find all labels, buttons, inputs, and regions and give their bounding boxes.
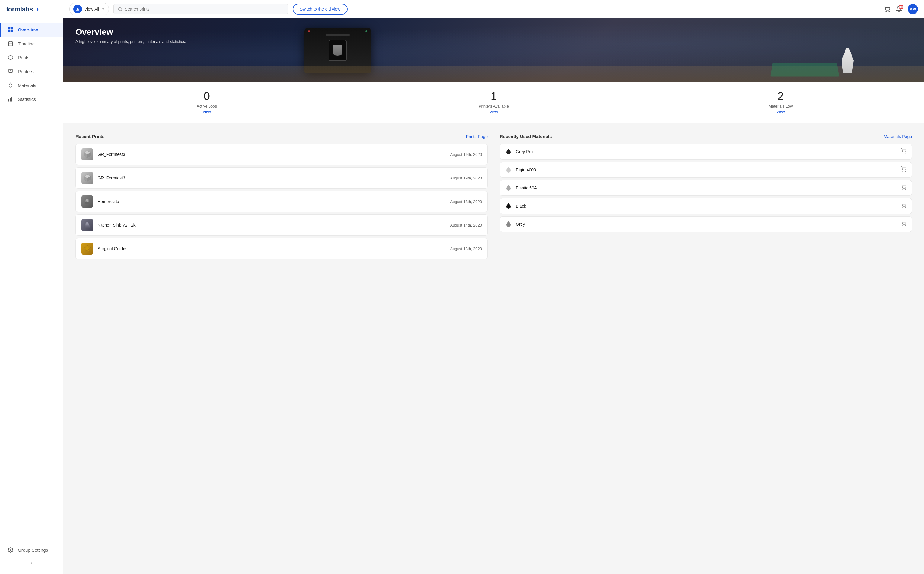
print-thumbnail-1 bbox=[81, 172, 93, 184]
svg-point-40 bbox=[903, 207, 903, 208]
material-list: Grey Pro Rigid 4000 bbox=[500, 144, 912, 232]
cart-icon bbox=[883, 6, 890, 13]
overview-icon bbox=[8, 27, 14, 33]
active-jobs-view-link[interactable]: View bbox=[203, 110, 211, 114]
print-date-2: August 18th, 2020 bbox=[450, 199, 482, 204]
prints-page-link[interactable]: Prints Page bbox=[466, 134, 488, 139]
sidebar-item-label-statistics: Statistics bbox=[18, 97, 36, 102]
print-item[interactable]: GR_Formtest3 August 19th, 2020 bbox=[76, 167, 488, 189]
cutting-mat bbox=[770, 63, 839, 76]
print-thumbnail-3 bbox=[81, 219, 93, 231]
notification-badge: 10+ bbox=[899, 5, 904, 9]
print-item[interactable]: Surgical Guides August 13th, 2020 bbox=[76, 238, 488, 259]
sidebar-item-label-printers: Printers bbox=[18, 69, 33, 74]
hero-title: Overview bbox=[76, 27, 186, 37]
svg-rect-4 bbox=[8, 42, 13, 46]
hero-section: Overview A high level summary of prints,… bbox=[63, 18, 924, 82]
group-settings-label: Group Settings bbox=[18, 547, 48, 552]
print-item[interactable]: Kitchen Sink V2 T2k August 14th, 2020 bbox=[76, 214, 488, 236]
user-avatar[interactable]: VW bbox=[908, 4, 918, 14]
svg-rect-13 bbox=[11, 97, 13, 101]
stat-printers-available: 1 Printers Available View bbox=[350, 82, 637, 123]
svg-marker-8 bbox=[8, 55, 13, 60]
material-cart-3[interactable] bbox=[901, 203, 906, 209]
svg-rect-3 bbox=[11, 30, 13, 32]
switch-view-button[interactable]: Switch to the old view bbox=[293, 4, 348, 14]
printers-available-label: Printers Available bbox=[479, 104, 509, 109]
main-content: View All Switch to the old view 10+ VW bbox=[63, 0, 924, 574]
material-dot-1 bbox=[505, 167, 512, 173]
printers-available-view-link[interactable]: View bbox=[490, 110, 498, 114]
search-icon bbox=[118, 7, 122, 11]
sidebar-item-prints[interactable]: Prints bbox=[0, 50, 63, 65]
materials-page-link[interactable]: Materials Page bbox=[884, 134, 912, 139]
svg-point-42 bbox=[903, 226, 903, 226]
view-selector[interactable]: View All bbox=[69, 3, 109, 16]
material-item[interactable]: Grey Pro bbox=[500, 144, 912, 159]
search-bar bbox=[113, 4, 288, 14]
notifications-button[interactable]: 10+ bbox=[896, 6, 902, 13]
group-settings-item[interactable]: Group Settings bbox=[0, 543, 63, 557]
print-item[interactable]: Hombrecito August 18th, 2020 bbox=[76, 191, 488, 212]
print-date-4: August 13th, 2020 bbox=[450, 246, 482, 251]
material-item[interactable]: Elastic 50A bbox=[500, 180, 912, 196]
material-cart-1[interactable] bbox=[901, 166, 906, 173]
sidebar: formlabs ✈ Overview Timeline Prints Pr bbox=[0, 0, 63, 574]
svg-marker-33 bbox=[84, 245, 91, 252]
view-all-label: View All bbox=[84, 7, 99, 11]
material-item[interactable]: Rigid 4000 bbox=[500, 162, 912, 178]
sidebar-item-materials[interactable]: Materials bbox=[0, 78, 63, 92]
chevron-down-icon bbox=[101, 7, 105, 11]
print-name-2: Hombrecito bbox=[98, 199, 446, 204]
sidebar-logo: formlabs ✈ bbox=[0, 0, 63, 19]
print-item[interactable]: GR_Formtest3 August 19th, 2020 bbox=[76, 144, 488, 165]
statistics-icon bbox=[8, 96, 14, 102]
print-date-0: August 19th, 2020 bbox=[450, 152, 482, 157]
sidebar-item-statistics[interactable]: Statistics bbox=[0, 92, 63, 106]
print-thumbnail-4 bbox=[81, 243, 93, 255]
topbar: View All Switch to the old view 10+ VW bbox=[63, 0, 924, 18]
recent-prints-title: Recent Prints bbox=[76, 134, 105, 139]
recently-used-materials-title: Recently Used Materials bbox=[500, 134, 552, 139]
material-name-2: Elastic 50A bbox=[516, 186, 897, 190]
materials-low-view-link[interactable]: View bbox=[776, 110, 785, 114]
material-cart-2[interactable] bbox=[901, 184, 906, 191]
svg-point-39 bbox=[905, 189, 905, 190]
cart-button[interactable] bbox=[883, 6, 890, 13]
sidebar-item-printers[interactable]: Printers bbox=[0, 65, 63, 78]
svg-rect-32 bbox=[87, 222, 88, 224]
materials-low-label: Materials Low bbox=[768, 104, 793, 109]
svg-point-14 bbox=[10, 549, 11, 551]
timeline-icon bbox=[8, 41, 14, 47]
material-item[interactable]: Grey bbox=[500, 216, 912, 232]
material-cart-0[interactable] bbox=[901, 148, 906, 155]
material-item[interactable]: Black bbox=[500, 198, 912, 214]
sidebar-nav: Overview Timeline Prints Printers Materi… bbox=[0, 19, 63, 538]
svg-point-41 bbox=[905, 207, 905, 208]
svg-rect-2 bbox=[8, 30, 11, 32]
svg-rect-0 bbox=[8, 27, 11, 30]
search-input[interactable] bbox=[125, 7, 284, 11]
printer-shape bbox=[304, 28, 371, 73]
hero-subtitle: A high level summary of prints, printers… bbox=[76, 39, 186, 44]
svg-point-36 bbox=[903, 171, 903, 172]
view-icon bbox=[73, 5, 82, 13]
print-name-1: GR_Formtest3 bbox=[98, 175, 446, 180]
print-date-3: August 14th, 2020 bbox=[450, 223, 482, 227]
recent-prints-header: Recent Prints Prints Page bbox=[76, 134, 488, 139]
content-area: Recent Prints Prints Page GR_Formtest3 A… bbox=[63, 123, 924, 270]
print-thumbnail-0 bbox=[81, 148, 93, 161]
sidebar-item-timeline[interactable]: Timeline bbox=[0, 36, 63, 50]
printers-available-number: 1 bbox=[491, 90, 497, 103]
materials-low-number: 2 bbox=[778, 90, 784, 103]
print-date-1: August 19th, 2020 bbox=[450, 176, 482, 180]
sidebar-collapse-button[interactable]: ‹ bbox=[0, 557, 63, 569]
sidebar-item-label-prints: Prints bbox=[18, 55, 29, 60]
material-cart-4[interactable] bbox=[901, 221, 906, 227]
svg-point-43 bbox=[905, 226, 905, 226]
svg-point-15 bbox=[77, 8, 79, 9]
material-dot-4 bbox=[505, 221, 512, 227]
sidebar-item-overview[interactable]: Overview bbox=[0, 23, 63, 36]
active-jobs-label: Active Jobs bbox=[197, 104, 217, 109]
material-dot-3 bbox=[505, 203, 512, 209]
